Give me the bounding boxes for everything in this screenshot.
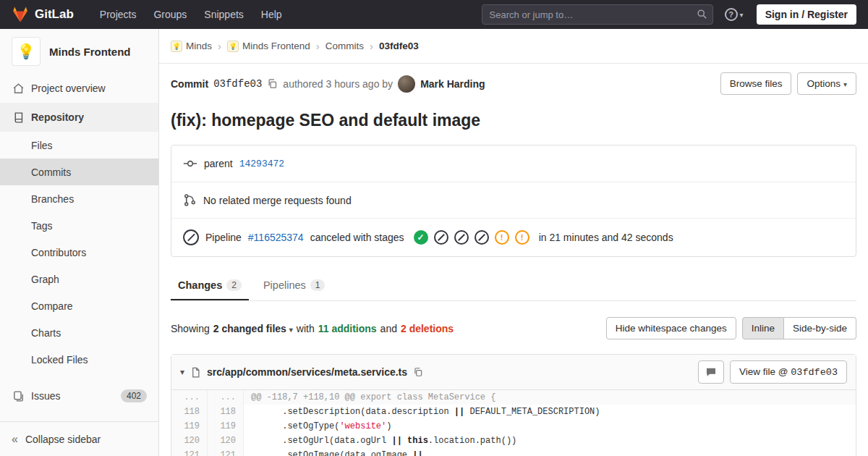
sidebar-item-issues[interactable]: Issues 402 <box>0 381 158 410</box>
menu-help[interactable]: Help <box>252 9 291 20</box>
search-box <box>482 4 713 25</box>
changed-files-dropdown[interactable]: 2 changed files ▾ <box>213 323 293 334</box>
gitlab-tanuki-icon <box>12 6 29 23</box>
chevron-right-icon: › <box>370 40 373 52</box>
breadcrumb-commits[interactable]: Commits <box>326 41 364 51</box>
project-context[interactable]: 💡 Minds Frontend <box>0 29 158 74</box>
showing-text: Showing <box>171 323 210 334</box>
stage-passed-icon[interactable]: ✓ <box>414 230 428 245</box>
double-chevron-left-icon: « <box>12 433 18 446</box>
code-line: .setOgType('website') <box>244 419 856 434</box>
code-line: .setDescription(data.description || DEFA… <box>244 405 856 419</box>
home-icon <box>12 83 25 95</box>
tab-pipelines[interactable]: Pipelines 1 <box>256 271 333 300</box>
breadcrumb-group[interactable]: 💡 Minds <box>171 41 212 52</box>
sidebar-item-project-overview[interactable]: Project overview <box>0 74 158 103</box>
view-file-button[interactable]: View file @ 03fdfe03 <box>730 360 847 384</box>
repository-subnav: Files Commits Branches Tags Contributors… <box>0 132 158 373</box>
commit-tabs: Changes 2 Pipelines 1 <box>171 271 856 301</box>
stage-canceled-icon[interactable] <box>475 230 489 245</box>
old-line-number[interactable]: 121 <box>171 448 208 456</box>
pipeline-id-link[interactable]: #116525374 <box>248 232 304 243</box>
commit-icon <box>183 156 197 171</box>
stage-warning-icon[interactable]: ! <box>495 230 509 245</box>
question-icon: ? <box>725 8 738 21</box>
search-icon[interactable] <box>697 9 707 20</box>
options-dropdown-button[interactable]: Options▾ <box>797 72 856 95</box>
author-avatar[interactable] <box>398 75 415 93</box>
new-line-number[interactable]: 121 <box>208 448 244 456</box>
diff-line: 121 121 .setOgImage(data.ogImage || <box>171 448 856 456</box>
menu-projects[interactable]: Projects <box>91 9 145 20</box>
sidebar-item-charts[interactable]: Charts <box>0 319 158 346</box>
sidebar-item-tags[interactable]: Tags <box>0 212 158 239</box>
gitlab-logo[interactable]: GitLab <box>12 6 74 23</box>
new-line-number[interactable]: 119 <box>208 419 244 434</box>
pipeline-row: Pipeline #116525374 canceled with stages… <box>171 219 856 256</box>
pipeline-duration-text: in 21 minutes and 42 seconds <box>539 232 673 243</box>
stage-canceled-icon[interactable] <box>434 230 448 245</box>
commit-label: Commit <box>171 78 208 90</box>
sidebar-item-locked-files[interactable]: Locked Files <box>0 346 158 373</box>
parent-sha-link[interactable]: 14293472 <box>239 159 284 169</box>
chevron-down-icon: ▾ <box>289 326 293 334</box>
old-line-number[interactable]: 118 <box>171 405 208 419</box>
stage-canceled-icon[interactable] <box>454 230 469 245</box>
merge-requests-row: No related merge requests found <box>171 182 856 219</box>
author-name-link[interactable]: Mark Harding <box>420 78 485 90</box>
sidebar-item-branches[interactable]: Branches <box>0 185 158 212</box>
breadcrumb-project[interactable]: 💡 Minds Frontend <box>227 41 310 52</box>
chevron-right-icon: › <box>316 40 320 52</box>
new-line-number[interactable]: 120 <box>208 434 244 448</box>
collapse-sidebar-button[interactable]: « Collapse sidebar <box>0 421 158 456</box>
main-menu: Projects Groups Snippets Help <box>91 9 291 20</box>
copy-path-button[interactable] <box>413 367 423 377</box>
diff-file-header: ▾ src/app/common/services/meta.service.t… <box>171 355 856 390</box>
additions-count: 11 additions <box>318 323 377 334</box>
sign-in-button[interactable]: Sign in / Register <box>757 4 856 25</box>
help-dropdown[interactable]: ? ▾ <box>725 8 744 21</box>
copy-sha-button[interactable] <box>267 78 278 89</box>
sidebar-item-commits[interactable]: Commits <box>0 159 158 185</box>
diff-line: 119 119 .setOgType('website') <box>171 419 856 434</box>
browse-files-button[interactable]: Browse files <box>720 72 792 95</box>
commit-meta-row: Commit 03fdfe03 authored 3 hours ago by … <box>171 72 856 95</box>
collapse-diff-button[interactable]: ▾ <box>180 367 184 377</box>
sidebar-item-contributors[interactable]: Contributors <box>0 239 158 266</box>
gitlab-wordmark: GitLab <box>35 7 74 22</box>
menu-snippets[interactable]: Snippets <box>195 9 252 20</box>
new-line-number[interactable]: 118 <box>208 405 244 419</box>
tab-changes[interactable]: Changes 2 <box>171 271 249 300</box>
commit-title: (fix): homepage SEO and default image <box>171 111 856 130</box>
inline-view-button[interactable]: Inline <box>742 317 784 339</box>
side-by-side-view-button[interactable]: Side-by-side <box>784 317 856 339</box>
hunk-header-text: @@ -118,7 +118,10 @@ export class MetaSe… <box>244 390 856 405</box>
sidebar-item-graph[interactable]: Graph <box>0 266 158 292</box>
old-line-number[interactable]: 120 <box>171 434 208 448</box>
chevron-right-icon: › <box>218 40 221 52</box>
deletions-count: 2 deletions <box>401 323 454 334</box>
pipeline-stages: ✓ ! ! <box>414 230 529 245</box>
code-line: .setOgUrl(data.ogUrl || this.location.pa… <box>244 434 856 448</box>
commit-sha: 03fdfe03 <box>213 78 262 90</box>
comment-bubble-icon <box>705 366 717 378</box>
repository-icon <box>12 111 25 124</box>
hide-whitespace-button[interactable]: Hide whitespace changes <box>606 317 736 339</box>
sidebar-item-repository[interactable]: Repository <box>0 103 158 132</box>
old-line-number[interactable]: 119 <box>171 419 208 434</box>
stage-warning-icon[interactable]: ! <box>515 230 529 245</box>
issues-icon <box>12 390 25 402</box>
chevron-down-icon: ▾ <box>843 80 847 88</box>
sidebar-item-files[interactable]: Files <box>0 132 158 159</box>
pipeline-canceled-icon[interactable] <box>183 229 199 245</box>
menu-groups[interactable]: Groups <box>145 9 195 20</box>
breadcrumb: 💡 Minds › 💡 Minds Frontend › Commits › 0… <box>159 29 868 64</box>
sidebar-item-compare[interactable]: Compare <box>0 292 158 319</box>
diff-view-toggle: Inline Side-by-side <box>742 317 856 339</box>
file-icon <box>190 367 201 378</box>
authored-text: authored 3 hours ago by <box>283 78 393 90</box>
search-input[interactable] <box>482 4 713 25</box>
comment-file-button[interactable] <box>698 360 724 384</box>
no-merge-requests-text: No related merge requests found <box>203 195 352 206</box>
view-file-sha: 03fdfe03 <box>791 367 838 378</box>
